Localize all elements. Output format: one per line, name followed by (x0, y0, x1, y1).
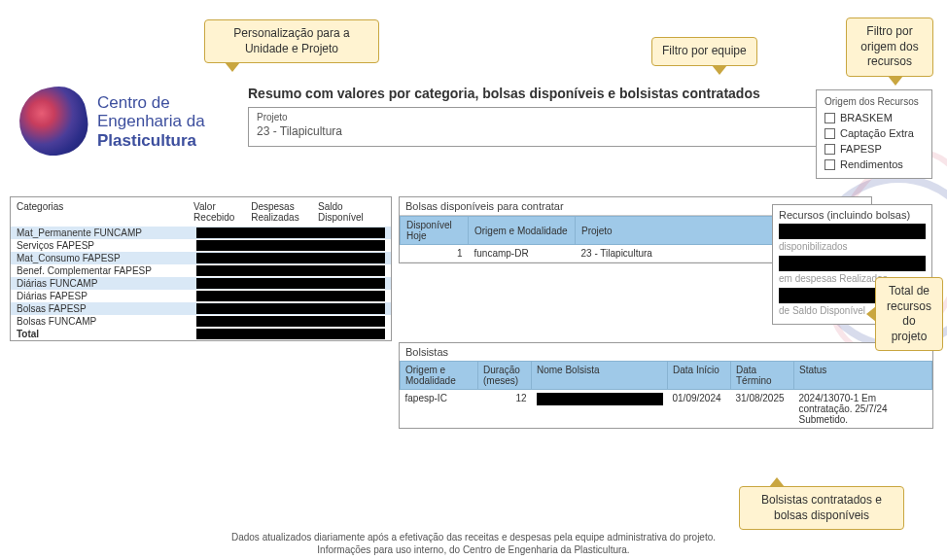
checkbox-icon (824, 144, 835, 155)
table-row[interactable]: Mat_Consumo FAPESP (11, 252, 391, 264)
logo-text: Centro de Engenharia da Plasticultura (97, 93, 205, 151)
origem-option-fapesp[interactable]: FAPESP (824, 141, 924, 157)
table-row[interactable]: Diárias FUNCAMP (11, 277, 391, 290)
bolsistas-h-duracao[interactable]: Duração (meses) (478, 362, 532, 390)
table-row[interactable]: Benef. Complementar FAPESP (11, 264, 391, 277)
redacted-value (196, 316, 385, 327)
table-row-total: Total (11, 328, 391, 340)
table-row[interactable]: fapesp-IC1201/09/202431/08/20252024/1307… (401, 390, 932, 429)
logo-line3: Plasticultura (97, 131, 205, 151)
logo-line2: Engenharia da (97, 112, 205, 131)
cat-header-saldo[interactable]: Saldo Disponível (318, 201, 385, 223)
callout-personalizacao: Personalização para a Unidade e Projeto (204, 19, 379, 63)
bolsistas-h-nome[interactable]: Nome Bolsista (532, 362, 668, 390)
callout-bolsistas: Bolsistas contratados e bolsas disponíve… (739, 486, 904, 530)
page-title: Resumo com valores por categoria, bolsas… (248, 86, 860, 101)
table-row[interactable]: Diárias FAPESP (11, 290, 391, 302)
checkbox-icon (824, 113, 835, 123)
footer-line2: Informações para uso interno, do Centro … (0, 543, 947, 556)
footer-line1: Dados atualizados diariamente após a efe… (0, 531, 947, 543)
bolsistas-h-inicio[interactable]: Data Início (668, 362, 731, 390)
bolsistas-h-origem[interactable]: Origem e Modalidade (401, 362, 478, 390)
cat-name: Diárias FUNCAMP (17, 278, 196, 289)
project-select[interactable]: Projeto 23 - Tilapicultura ⌄ (248, 107, 860, 147)
redacted-value (196, 291, 385, 301)
origem-option-rendimentos[interactable]: Rendimentos (824, 157, 924, 172)
logo-area: Centro de Engenharia da Plasticultura (19, 88, 205, 156)
table-row[interactable]: Mat_Permanente FUNCAMP (11, 227, 391, 239)
project-label: Projeto (257, 112, 852, 122)
bolsistas-title: Bolsistas (400, 343, 932, 361)
redacted-value (196, 240, 385, 251)
redacted-value (196, 303, 385, 314)
logo-icon (14, 82, 92, 160)
cat-name: Mat_Consumo FAPESP (17, 253, 196, 263)
recursos-title: Recursos (incluindo bolsas) (779, 209, 926, 221)
redacted-value (196, 228, 385, 238)
redacted-value (196, 253, 385, 263)
table-row[interactable]: Bolsas FAPESP (11, 302, 391, 315)
table-row[interactable]: Bolsas FUNCAMP (11, 315, 391, 328)
redacted-name (537, 393, 663, 405)
checkbox-icon (824, 128, 835, 139)
callout-filtro-origem: Filtro por origem dos recursos (846, 18, 933, 77)
bolsas-h-origem[interactable]: Origem e Modalidade (469, 217, 576, 245)
cat-header-valor[interactable]: Valor Recebido (193, 201, 251, 223)
origem-filter: Origem dos Recursos BRASKEM Captação Ext… (816, 89, 932, 179)
bolsas-h-disp[interactable]: Disponível Hoje (401, 217, 469, 245)
cat-name: Diárias FAPESP (17, 291, 196, 301)
logo-line1: Centro de (97, 93, 205, 113)
bolsistas-h-termino[interactable]: Data Término (731, 362, 794, 390)
cat-name: Bolsas FUNCAMP (17, 316, 196, 327)
cat-header-despesas[interactable]: Despesas Realizadas (251, 201, 318, 223)
callout-filtro-equipe: Filtro por equipe (651, 37, 757, 66)
recursos-value-redacted (779, 224, 926, 239)
origem-option-braskem[interactable]: BRASKEM (824, 110, 924, 125)
bolsistas-h-status[interactable]: Status (794, 362, 932, 390)
table-row[interactable]: Serviços FAPESP (11, 239, 391, 252)
cat-name: Serviços FAPESP (17, 240, 196, 251)
bolsistas-table: Bolsistas Origem e Modalidade Duração (m… (399, 342, 933, 429)
checkbox-icon (824, 159, 835, 170)
cat-total-label: Total (17, 329, 196, 339)
cat-header-categorias[interactable]: Categorias (17, 201, 193, 223)
callout-total-recursos: Total de recursos do projeto (875, 277, 943, 351)
redacted-value (196, 278, 385, 289)
recursos-sub1: disponibilizados (779, 241, 926, 252)
project-value: 23 - Tilapicultura (257, 124, 852, 138)
cat-name: Bolsas FAPESP (17, 303, 196, 314)
cat-name: Benef. Complementar FAPESP (17, 265, 196, 276)
cat-name: Mat_Permanente FUNCAMP (17, 228, 196, 238)
origem-option-captacao[interactable]: Captação Extra (824, 125, 924, 141)
recursos-value-redacted (779, 256, 926, 271)
footer: Dados atualizados diariamente após a efe… (0, 531, 947, 556)
redacted-value (196, 265, 385, 276)
origem-label: Origem dos Recursos (824, 96, 924, 107)
title-block: Resumo com valores por categoria, bolsas… (248, 86, 860, 147)
categorias-table: Categorias Valor Recebido Despesas Reali… (10, 196, 392, 341)
redacted-value (196, 329, 385, 339)
